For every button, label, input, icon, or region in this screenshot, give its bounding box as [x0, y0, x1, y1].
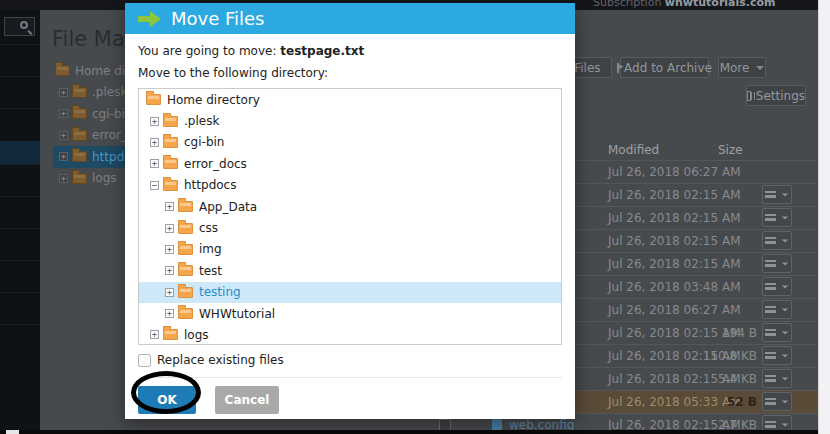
dialog-body: You are going to move: testpage.txt Move… — [125, 34, 575, 378]
background-tree-item[interactable]: + error_docs — [53, 125, 125, 147]
modified-date: Jul 26, 2018 06:27 AM — [608, 303, 741, 317]
directory-tree-item[interactable]: − httpdocs — [139, 175, 561, 196]
row-menu-button[interactable] — [762, 208, 792, 227]
move-summary: You are going to move: testpage.txt — [138, 44, 562, 58]
more-label: More — [720, 61, 750, 75]
tree-item-label: WHWtutorial — [199, 307, 275, 321]
hamburger-icon — [765, 329, 776, 336]
tree-expander-icon[interactable]: + — [150, 117, 159, 126]
row-menu-button[interactable] — [762, 254, 792, 273]
folder-icon — [178, 244, 193, 255]
tree-expander-icon[interactable]: + — [165, 309, 174, 318]
tree-expander-icon[interactable]: + — [165, 288, 174, 297]
row-menu-button[interactable] — [762, 277, 792, 296]
row-menu-button[interactable] — [762, 323, 792, 342]
folder-icon — [178, 265, 193, 276]
tree-expander-icon[interactable]: + — [165, 224, 174, 233]
row-menu-button[interactable] — [762, 231, 792, 250]
folder-icon — [146, 94, 161, 105]
directory-tree-item[interactable]: + cgi-bin — [139, 132, 561, 153]
tree-item-label: cgi-bin — [184, 135, 224, 149]
folder-icon — [178, 287, 193, 298]
caret-down-icon — [782, 239, 788, 242]
tree-item-label: App_Data — [199, 200, 257, 214]
tree-expander-icon[interactable]: + — [59, 152, 68, 161]
bottom-taskbar — [0, 430, 818, 434]
caret-down-icon — [782, 400, 788, 403]
directory-tree-item[interactable]: + testing — [139, 282, 561, 303]
directory-tree-item[interactable]: + logs — [139, 324, 561, 345]
directory-tree-item[interactable]: + App_Data — [139, 196, 561, 217]
column-header-modified[interactable]: Modified — [608, 143, 659, 157]
background-tree-item[interactable]: + httpdocs — [53, 146, 125, 168]
caret-down-icon — [782, 423, 788, 426]
hamburger-icon — [765, 352, 776, 359]
add-to-archive-button[interactable]: Add to Archive — [620, 57, 709, 78]
background-tree-item[interactable]: + logs — [53, 168, 125, 190]
folder-icon — [72, 173, 87, 184]
directory-tree-item[interactable]: Home directory — [139, 89, 561, 110]
background-tree-item[interactable]: + .plesk — [53, 82, 125, 104]
tree-expander-icon[interactable]: + — [150, 159, 159, 168]
column-header-size[interactable]: Size — [718, 143, 743, 157]
sidebar-divider — [0, 292, 40, 293]
tree-expander-icon[interactable]: + — [59, 88, 68, 97]
directory-tree-item[interactable]: + WHWtutorial — [139, 303, 561, 324]
sidebar-item-files-selected[interactable] — [0, 141, 40, 164]
tree-expander-icon[interactable]: + — [59, 174, 68, 183]
modified-date: Jul 26, 2018 03:48 AM — [608, 280, 741, 294]
sidebar-divider — [0, 76, 40, 77]
replace-existing-checkbox[interactable] — [138, 354, 151, 367]
directory-prompt: Move to the following directory: — [138, 66, 562, 80]
row-menu-button[interactable] — [762, 392, 792, 411]
directory-tree-item[interactable]: + img — [139, 239, 561, 260]
hamburger-icon — [765, 398, 776, 405]
tree-expander-icon[interactable]: + — [59, 109, 68, 118]
search-input[interactable] — [4, 17, 35, 36]
tree-expander-icon[interactable]: − — [150, 181, 159, 190]
tree-item-label: error_docs — [92, 128, 125, 142]
sidebar-divider — [0, 260, 40, 261]
folder-icon — [163, 116, 178, 127]
tree-item-label: Home directory — [167, 93, 260, 107]
tree-expander-icon[interactable]: + — [165, 245, 174, 254]
file-size: 110.8 KB — [680, 349, 757, 363]
tree-item-label: test — [199, 264, 222, 278]
hamburger-icon — [765, 421, 776, 428]
dialog-title: Move Files — [171, 8, 265, 29]
background-tree-item[interactable]: Home directory — [53, 60, 125, 82]
row-menu-button[interactable] — [762, 300, 792, 319]
move-files-dialog: Move Files You are going to move: testpa… — [125, 3, 575, 419]
folder-icon — [178, 201, 193, 212]
caret-down-icon — [782, 308, 788, 311]
directory-tree-item[interactable]: + test — [139, 260, 561, 281]
destination-directory-tree: Home directory + .plesk + cgi-bin + erro… — [138, 88, 562, 345]
row-menu-button[interactable] — [762, 185, 792, 204]
folder-icon — [72, 130, 87, 141]
more-button[interactable]: More — [718, 57, 766, 78]
tree-expander-icon[interactable]: + — [150, 138, 159, 147]
tree-expander-icon[interactable]: + — [165, 266, 174, 275]
page-scrollbar[interactable] — [818, 0, 830, 434]
subscription-domain[interactable]: whwtutorials.com — [665, 0, 776, 9]
sidebar-divider — [0, 196, 40, 197]
caret-down-icon — [782, 354, 788, 357]
tree-item-label: Home directory — [75, 64, 125, 78]
row-menu-button[interactable] — [762, 346, 792, 365]
directory-tree-item[interactable]: + css — [139, 217, 561, 238]
folder-icon — [72, 108, 87, 119]
tree-item-label: httpdocs — [92, 150, 125, 164]
search-icon — [20, 21, 28, 29]
tree-expander-icon[interactable]: + — [59, 131, 68, 140]
tree-expander-icon[interactable]: + — [165, 202, 174, 211]
tree-item-label: .plesk — [92, 85, 125, 99]
tree-expander-icon[interactable]: + — [150, 330, 159, 339]
background-tree-item[interactable]: + cgi-bin — [53, 103, 125, 125]
settings-button[interactable]: Settings — [746, 85, 806, 106]
tree-item-label: error_docs — [184, 157, 247, 171]
cancel-button[interactable]: Cancel — [215, 386, 279, 414]
directory-tree-item[interactable]: + error_docs — [139, 153, 561, 174]
directory-tree-item[interactable]: + .plesk — [139, 110, 561, 131]
dialog-header: Move Files — [125, 3, 575, 34]
row-menu-button[interactable] — [762, 369, 792, 388]
